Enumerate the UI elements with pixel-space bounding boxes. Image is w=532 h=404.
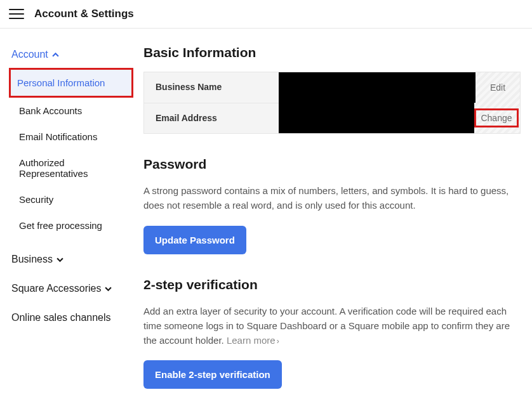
row-value: [279, 103, 474, 133]
two-step-title: 2-step verification: [143, 277, 521, 292]
basic-information-table: Business Name Edit Email Address Change: [143, 72, 521, 134]
learn-more-link[interactable]: Learn more›: [227, 335, 279, 346]
sidebar-item-authorized-representatives[interactable]: Authorized Representatives: [11, 150, 133, 186]
redacted-value: [279, 72, 475, 103]
table-row-email-address: Email Address Change: [144, 103, 520, 133]
password-title: Password: [143, 157, 521, 172]
sidebar-group-account[interactable]: Account: [11, 46, 133, 63]
sidebar-group-online-sales-channels[interactable]: Online sales channels: [11, 310, 133, 326]
sidebar-group-label: Square Accessories: [11, 283, 101, 294]
sidebar-group-label: Business: [11, 254, 53, 265]
sidebar-group-square-accessories[interactable]: Square Accessories: [11, 280, 133, 297]
sidebar-item-email-notifications[interactable]: Email Notifications: [11, 124, 133, 150]
hamburger-menu-icon[interactable]: [9, 6, 24, 22]
sidebar-item-personal-information[interactable]: Personal Information: [9, 68, 133, 98]
sidebar-item-security[interactable]: Security: [11, 186, 133, 212]
chevron-up-icon: [52, 51, 59, 58]
basic-information-title: Basic Information: [143, 45, 521, 60]
table-row-business-name: Business Name Edit: [144, 72, 520, 103]
row-label: Email Address: [144, 103, 279, 133]
sidebar-item-label: Security: [19, 194, 53, 205]
sidebar-group-label: Account: [11, 49, 48, 60]
sidebar-item-label: Email Notifications: [19, 131, 97, 142]
page-title: Account & Settings: [34, 8, 134, 20]
password-description: A strong password contains a mix of numb…: [143, 183, 521, 213]
sidebar-item-label: Authorized Representatives: [19, 157, 88, 179]
enable-two-step-button[interactable]: Enable 2-step verification: [143, 360, 282, 389]
sidebar-item-label: Get free processing: [19, 220, 102, 231]
main-content: Basic Information Business Name Edit Ema…: [133, 29, 532, 404]
two-step-body-text: Add an extra layer of security to your a…: [143, 306, 510, 346]
chevron-right-icon: ›: [277, 336, 279, 348]
row-value: [279, 72, 475, 103]
two-step-description: Add an extra layer of security to your a…: [143, 304, 521, 348]
chevron-down-icon: [105, 285, 112, 292]
update-password-button[interactable]: Update Password: [143, 226, 246, 254]
change-link[interactable]: Change: [474, 108, 519, 127]
two-step-section: 2-step verification Add an extra layer o…: [143, 277, 521, 389]
sidebar-item-get-free-processing[interactable]: Get free processing: [11, 212, 133, 238]
sidebar-item-label: Personal Information: [17, 77, 105, 88]
sidebar-item-label: Bank Accounts: [19, 105, 82, 116]
sidebar-item-bank-accounts[interactable]: Bank Accounts: [11, 98, 133, 124]
chevron-down-icon: [57, 256, 63, 263]
edit-link[interactable]: Edit: [475, 82, 520, 93]
sidebar-group-business[interactable]: Business: [11, 251, 133, 268]
sidebar-group-label: Online sales channels: [11, 312, 111, 323]
page-header: Account & Settings: [0, 0, 532, 29]
row-label: Business Name: [144, 72, 279, 103]
password-section: Password A strong password contains a mi…: [143, 157, 521, 254]
redacted-value: [279, 103, 474, 133]
sidebar: Account Personal Information Bank Accoun…: [0, 29, 133, 404]
